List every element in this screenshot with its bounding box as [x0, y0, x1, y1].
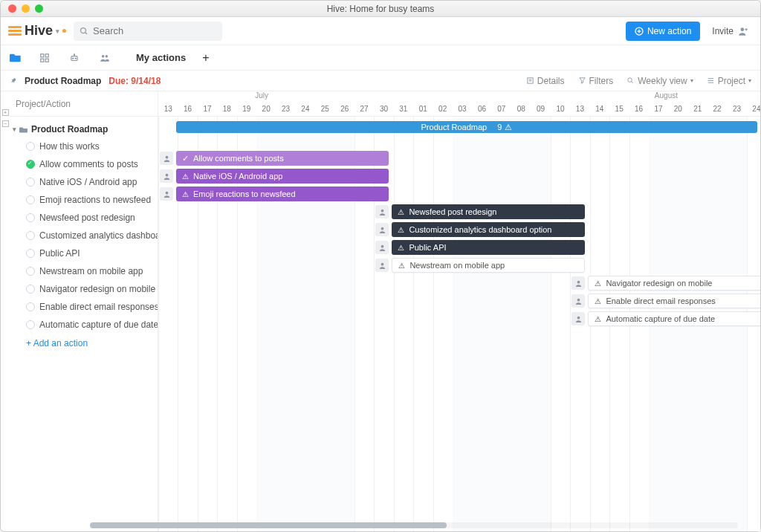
- topbar: Hive ▾ New action Invite: [1, 17, 760, 45]
- check-icon[interactable]: [26, 320, 35, 329]
- tree-item[interactable]: Enable direct email responses: [26, 298, 155, 316]
- pinned-title[interactable]: Product Roadmap: [25, 76, 101, 86]
- gantt-bar[interactable]: ⚠Customized analytics dashboard option: [392, 222, 585, 237]
- gantt-bar[interactable]: ⚠Emoji reactions to newsfeed: [176, 186, 389, 201]
- my-actions-tab[interactable]: My actions: [136, 52, 186, 63]
- check-icon[interactable]: [26, 195, 35, 204]
- details-button[interactable]: Details: [526, 76, 565, 86]
- date-cell: 07: [492, 102, 511, 116]
- people-icon[interactable]: [99, 53, 112, 63]
- svg-rect-11: [45, 59, 48, 62]
- tree-item[interactable]: Emoji reactions to newsfeed: [26, 191, 155, 209]
- folder-icon: [19, 126, 28, 134]
- check-icon[interactable]: [26, 160, 35, 169]
- tree-item[interactable]: Allow comments to posts: [26, 155, 155, 173]
- collapse-all-icon[interactable]: −: [2, 120, 9, 127]
- check-icon[interactable]: [26, 302, 35, 311]
- gantt-bar[interactable]: ⚠Enable direct email responses: [588, 293, 760, 308]
- gantt-bar-label: Automatic capture of due date: [606, 314, 715, 323]
- check-icon[interactable]: [26, 213, 35, 222]
- scrollbar-thumb[interactable]: [90, 522, 447, 528]
- gantt-bar[interactable]: ⚠Navigator redesign on mobile: [588, 276, 760, 291]
- search-input[interactable]: [74, 22, 222, 41]
- gantt-bar-label: Newstream on mobile app: [409, 261, 505, 270]
- pinned-bar: Product Roadmap Due: 9/14/18 Details Fil…: [1, 71, 760, 91]
- check-icon[interactable]: [26, 285, 35, 293]
- invite-button[interactable]: Invite: [707, 26, 753, 36]
- tree-item[interactable]: Navigator redesign on mobile: [26, 280, 155, 298]
- gantt-project-bar[interactable]: Product Roadmap 9 ⚠: [176, 121, 757, 133]
- date-cell: 09: [531, 102, 550, 116]
- gantt-bar[interactable]: ✓Allow comments to posts: [176, 151, 389, 166]
- month-row: JulyAugust: [158, 91, 760, 102]
- date-cell: 02: [433, 102, 452, 116]
- search-field[interactable]: [93, 25, 216, 36]
- chevron-down-icon: ▾: [13, 126, 16, 133]
- warning-icon: ⚠: [398, 262, 405, 270]
- check-icon[interactable]: [26, 142, 35, 151]
- assignee-avatar[interactable]: [160, 152, 173, 165]
- gantt-bar[interactable]: ⚠Automatic capture of due date: [588, 311, 760, 326]
- add-tab-button[interactable]: +: [202, 51, 209, 65]
- warning-icon: ⚠: [398, 208, 404, 216]
- tree-root-label: Product Roadmap: [31, 124, 108, 134]
- gantt-bar[interactable]: ⚠Native iOS / Android app: [176, 169, 389, 184]
- add-action-link[interactable]: + Add an action: [13, 334, 155, 353]
- gantt-bar[interactable]: ⚠Newsfeed post redesign: [392, 204, 585, 219]
- gantt-bar-label: Newsfeed post redesign: [409, 207, 496, 216]
- check-icon[interactable]: [26, 178, 35, 186]
- tree-item[interactable]: Newsfeed post redesign: [26, 209, 155, 227]
- tree-item[interactable]: Newstream on mobile app: [26, 262, 155, 280]
- app-window: Hive: Home for busy teams Hive ▾ New act…: [0, 0, 761, 532]
- gantt-bar[interactable]: ⚠Public API: [392, 240, 585, 255]
- assignee-avatar[interactable]: [160, 187, 173, 201]
- grid-icon[interactable]: [39, 53, 53, 63]
- tree-item[interactable]: Customized analytics dashboard option: [26, 227, 155, 244]
- assignee-avatar[interactable]: [571, 312, 585, 325]
- tree-item-label: Newstream on mobile app: [39, 266, 143, 276]
- folder-icon[interactable]: [10, 53, 23, 63]
- gantt-panel: JulyAugust 13161718192023242526273031010…: [158, 91, 760, 531]
- assignee-avatar[interactable]: [571, 294, 585, 308]
- gantt-bar-label: Native iOS / Android app: [193, 172, 282, 181]
- assignee-avatar[interactable]: [160, 169, 173, 183]
- tree-item-label: Automatic capture of due date: [39, 319, 158, 330]
- date-cell: 23: [276, 102, 295, 116]
- filters-button[interactable]: Filters: [578, 76, 614, 86]
- sidebar-header: Project/Action: [10, 91, 158, 117]
- svg-point-13: [74, 53, 74, 54]
- gantt-bar[interactable]: ⚠Newstream on mobile app: [392, 258, 585, 273]
- check-icon[interactable]: [26, 267, 35, 276]
- tree-item[interactable]: How this works: [26, 137, 155, 155]
- assignee-avatar[interactable]: [375, 205, 389, 218]
- tree-root[interactable]: ▾ Product Roadmap: [13, 121, 155, 137]
- check-icon[interactable]: [26, 249, 35, 258]
- sidebar: Project/Action ▾ Product Roadmap How thi…: [10, 91, 158, 531]
- project-dropdown[interactable]: Project ▾: [707, 76, 751, 86]
- svg-point-5: [741, 27, 745, 31]
- expand-collapse-column: + −: [1, 91, 10, 531]
- robot-icon[interactable]: [69, 53, 82, 63]
- date-cell: 17: [649, 102, 668, 116]
- brand-logo[interactable]: Hive ▾: [8, 23, 66, 39]
- weekly-view-dropdown[interactable]: Weekly view ▾: [626, 76, 693, 86]
- expand-all-icon[interactable]: +: [2, 109, 9, 116]
- gantt-grid[interactable]: Product Roadmap 9 ⚠✓Allow comments to po…: [158, 117, 760, 531]
- tree-item[interactable]: Native iOS / Android app: [26, 173, 155, 191]
- new-action-button[interactable]: New action: [626, 22, 700, 41]
- date-cell: 14: [590, 102, 609, 116]
- assignee-avatar[interactable]: [375, 259, 389, 272]
- tree-item[interactable]: Public API: [26, 244, 155, 262]
- assignee-avatar[interactable]: [571, 276, 585, 290]
- warning-icon: ⚠: [505, 123, 512, 132]
- tree-item-label: Navigator redesign on mobile: [39, 284, 155, 294]
- date-cell: 08: [511, 102, 531, 116]
- horizontal-scrollbar[interactable]: [90, 522, 738, 528]
- check-icon[interactable]: [26, 231, 35, 240]
- assignee-avatar[interactable]: [375, 241, 389, 254]
- date-cell: 20: [668, 102, 687, 116]
- assignee-avatar[interactable]: [375, 223, 389, 236]
- gantt-bar-label: Navigator redesign on mobile: [606, 279, 712, 288]
- tree-item[interactable]: Automatic capture of due date: [26, 316, 155, 334]
- tree-item-label: Newsfeed post redesign: [39, 213, 135, 223]
